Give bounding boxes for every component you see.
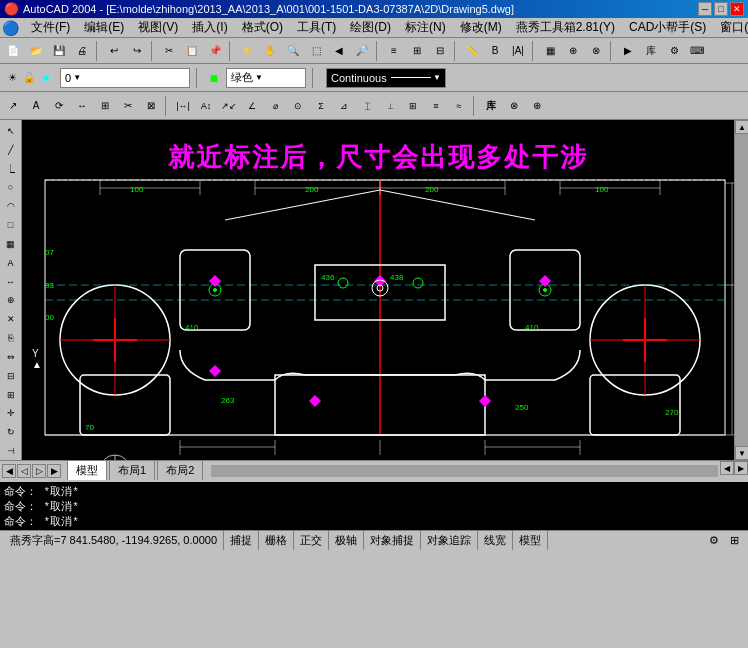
tb2-dim7[interactable]: Σ — [310, 95, 332, 117]
color-icon[interactable]: ■ — [206, 70, 222, 86]
tb2-dim1[interactable]: |↔| — [172, 95, 194, 117]
tb-pan[interactable]: ✋ — [259, 40, 281, 62]
menu-cadhelper[interactable]: CAD小帮手(S) — [623, 18, 712, 37]
tb2-2[interactable]: A — [25, 95, 47, 117]
status-grid[interactable]: 栅格 — [259, 531, 294, 550]
tb2-dim12[interactable]: ≡ — [425, 95, 447, 117]
menu-tools[interactable]: 工具(T) — [291, 18, 342, 37]
menu-view[interactable]: 视图(V) — [132, 18, 184, 37]
tb-dist[interactable]: 📏 — [461, 40, 483, 62]
tb2-dim6[interactable]: ⊙ — [287, 95, 309, 117]
ltb-text[interactable]: A — [2, 254, 20, 272]
tb-zoom-window[interactable]: ⬚ — [305, 40, 327, 62]
tb2-dim9[interactable]: ⌶ — [356, 95, 378, 117]
layer-color-icon[interactable]: ■ — [38, 70, 54, 86]
status-icon2[interactable]: ⊞ — [724, 531, 744, 551]
tb-zoom-all[interactable]: 🔎 — [351, 40, 373, 62]
tb-xref[interactable]: ⊟ — [429, 40, 451, 62]
close-btn[interactable]: ✕ — [730, 2, 744, 16]
tab-scroll-right2[interactable]: ▶ — [47, 464, 61, 478]
maximize-btn[interactable]: □ — [714, 2, 728, 16]
ltb-select[interactable]: ↖ — [2, 122, 20, 140]
tb-b2[interactable]: |A| — [507, 40, 529, 62]
color-dropdown[interactable]: 绿色 ▼ — [226, 68, 306, 88]
tb2-5[interactable]: ⊞ — [94, 95, 116, 117]
menu-window[interactable]: 窗口(W) — [714, 18, 748, 37]
layer-dropdown[interactable]: 0 ▼ — [60, 68, 190, 88]
linetype-dropdown[interactable]: Continuous ▼ — [326, 68, 446, 88]
ltb-copy2[interactable]: ⎘ — [2, 329, 20, 347]
tb-zoom-realtime[interactable]: 🔍 — [282, 40, 304, 62]
menu-edit[interactable]: 编辑(E) — [78, 18, 130, 37]
tab-scroll-right1[interactable]: ▷ — [32, 464, 46, 478]
tb2-dim10[interactable]: ⟂ — [379, 95, 401, 117]
menu-dim[interactable]: 标注(N) — [399, 18, 452, 37]
status-model[interactable]: 模型 — [513, 531, 548, 550]
tb-matchprop[interactable]: ⚡ — [236, 40, 258, 62]
scroll-track-right[interactable] — [735, 134, 748, 446]
menu-draw[interactable]: 绘图(D) — [344, 18, 397, 37]
ltb-circle[interactable]: ○ — [2, 178, 20, 196]
ltb-move[interactable]: ✛ — [2, 404, 20, 422]
tb2-extra1[interactable]: ⊗ — [503, 95, 525, 117]
status-lineweight[interactable]: 线宽 — [478, 531, 513, 550]
status-snap[interactable]: 捕捉 — [224, 531, 259, 550]
tb2-1[interactable]: ↗ — [2, 95, 24, 117]
tb-paste[interactable]: 📌 — [204, 40, 226, 62]
layer-lock-icon[interactable]: 🔓 — [21, 70, 37, 86]
scroll-down-btn[interactable]: ▼ — [735, 446, 748, 460]
tb-extra2[interactable]: 库 — [640, 40, 662, 62]
tb2-dim4[interactable]: ∠ — [241, 95, 263, 117]
tb-layer[interactable]: ≡ — [383, 40, 405, 62]
tb2-6[interactable]: ✂ — [117, 95, 139, 117]
tb2-lib[interactable]: 库 — [480, 95, 502, 117]
status-otrack[interactable]: 对象追踪 — [421, 531, 478, 550]
ltb-dim[interactable]: ↔ — [2, 273, 20, 291]
tb-extra3[interactable]: ⚙ — [663, 40, 685, 62]
canvas-area[interactable]: 就近标注后，尺寸会出现多处干涉 Y▲ — [22, 120, 734, 460]
hscroll-track[interactable] — [211, 465, 718, 477]
tb-cut[interactable]: ✂ — [158, 40, 180, 62]
hscroll-left[interactable]: ◀ — [720, 461, 734, 475]
ltb-pline[interactable]: ⎿ — [2, 160, 20, 178]
minimize-btn[interactable]: ─ — [698, 2, 712, 16]
tb-properties[interactable]: ⊞ — [406, 40, 428, 62]
tb-attdef[interactable]: ⊗ — [585, 40, 607, 62]
ltb-hatch[interactable]: ▦ — [2, 235, 20, 253]
tb-block[interactable]: ▦ — [539, 40, 561, 62]
ltb-array[interactable]: ⊞ — [2, 386, 20, 404]
tab-layout2[interactable]: 布局2 — [157, 460, 203, 480]
layer-freeze-icon[interactable]: ☀ — [4, 70, 20, 86]
menu-file[interactable]: 文件(F) — [25, 18, 76, 37]
tb-print[interactable]: 🖨 — [71, 40, 93, 62]
ltb-rect[interactable]: □ — [2, 216, 20, 234]
tb-insert[interactable]: ⊕ — [562, 40, 584, 62]
hscroll-right[interactable]: ▶ — [734, 461, 748, 475]
tb-extra1[interactable]: ▶ — [617, 40, 639, 62]
ltb-trim[interactable]: ⊣ — [2, 442, 20, 460]
menu-modify[interactable]: 修改(M) — [454, 18, 508, 37]
ltb-insert[interactable]: ⊕ — [2, 291, 20, 309]
status-polar[interactable]: 极轴 — [329, 531, 364, 550]
tb2-dim8[interactable]: ⊿ — [333, 95, 355, 117]
menu-insert[interactable]: 插入(I) — [186, 18, 233, 37]
tb-redo[interactable]: ↪ — [126, 40, 148, 62]
scroll-up-btn[interactable]: ▲ — [735, 120, 748, 134]
right-scrollbar[interactable]: ▲ ▼ — [734, 120, 748, 460]
tb-save[interactable]: 💾 — [48, 40, 70, 62]
ltb-line[interactable]: ╱ — [2, 141, 20, 159]
ltb-rotate[interactable]: ↻ — [2, 423, 20, 441]
tb-extra4[interactable]: ⌨ — [686, 40, 708, 62]
menu-format[interactable]: 格式(O) — [236, 18, 289, 37]
status-osnap[interactable]: 对象捕捉 — [364, 531, 421, 550]
status-icon1[interactable]: ⚙ — [704, 531, 724, 551]
ltb-erase[interactable]: ✕ — [2, 310, 20, 328]
tb2-7[interactable]: ⊠ — [140, 95, 162, 117]
ltb-offset[interactable]: ⊟ — [2, 367, 20, 385]
ltb-arc[interactable]: ◠ — [2, 197, 20, 215]
tb2-dim2[interactable]: A↕ — [195, 95, 217, 117]
menu-yanxiu[interactable]: 燕秀工具箱2.81(Y) — [510, 18, 621, 37]
tb-b1[interactable]: B — [484, 40, 506, 62]
tb2-4[interactable]: ↔ — [71, 95, 93, 117]
tb2-dim5[interactable]: ⌀ — [264, 95, 286, 117]
